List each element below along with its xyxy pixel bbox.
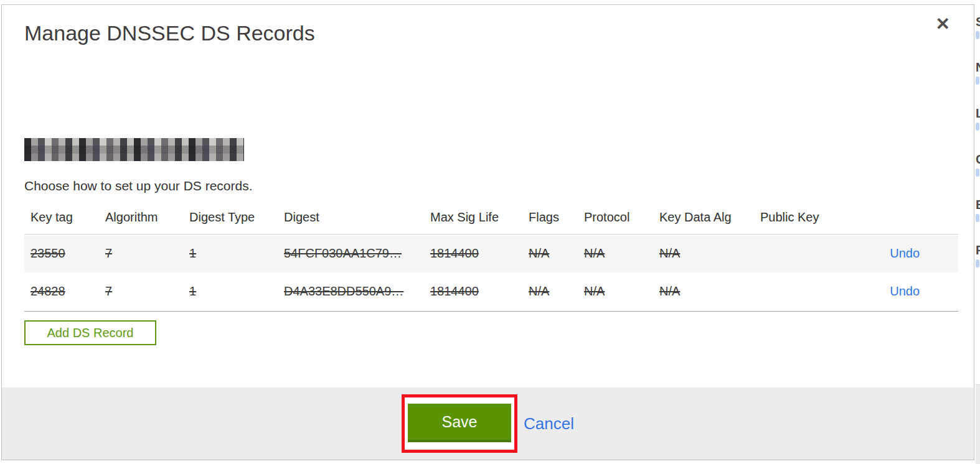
cell-digest: D4A33E8DD550A9… [278,272,424,311]
background-text-fragment: E [976,198,980,211]
close-icon[interactable]: ✕ [936,15,950,34]
column-header-protocol: Protocol [578,205,653,234]
table-row: 24828 7 1 D4A33E8DD550A9… 1814400 N/A N/… [24,272,958,311]
table-row: 23550 7 1 54FCF030AA1C79… 1814400 N/A N/… [24,234,958,272]
background-link-fragment [976,214,979,222]
background-text-fragment: C [976,152,980,166]
column-header-digest-type: Digest Type [183,205,278,234]
column-header-max-sig-life: Max Sig Life [424,205,522,234]
cell-protocol: N/A [578,234,653,272]
dialog-title: Manage DNSSEC DS Records [24,21,315,45]
domain-name-redacted [24,138,244,161]
cell-flags: N/A [522,272,578,311]
cell-key-tag: 23550 [24,234,99,272]
cell-digest-type: 1 [183,234,278,272]
manage-dnssec-ds-records-dialog: Manage DNSSEC DS Records ✕ Choose how to… [1,4,974,460]
cell-digest: 54FCF030AA1C79… [278,234,424,272]
dialog-subtitle: Choose how to set up your DS records. [24,179,253,193]
background-link-fragment [976,31,979,39]
dialog-footer: Save Cancel [2,387,974,460]
column-header-flags: Flags [522,205,578,234]
save-button[interactable]: Save [408,404,511,442]
cell-protocol: N/A [578,272,653,311]
column-header-algorithm: Algorithm [99,205,183,234]
red-annotation-highlight: Save [402,394,517,453]
cell-key-data-alg: N/A [653,234,754,272]
cell-algorithm: 7 [99,234,183,272]
table-header-row: Key tag Algorithm Digest Type Digest Max… [24,205,958,234]
undo-link[interactable]: Undo [890,284,920,298]
background-text-fragment: N [976,60,980,74]
column-header-public-key: Public Key [754,205,846,234]
background-page-strip: S N L C E P [976,0,980,464]
cell-key-tag: 24828 [24,272,99,311]
cell-max-sig-life: 1814400 [424,272,522,311]
background-text-fragment: L [976,106,980,120]
background-link-fragment [976,77,979,85]
cell-key-data-alg: N/A [653,272,754,311]
background-link-fragment [976,259,979,267]
background-text-fragment: P [976,243,980,257]
column-header-key-tag: Key tag [24,205,99,234]
cell-algorithm: 7 [99,272,183,311]
background-link-fragment [976,169,979,177]
cancel-link[interactable]: Cancel [524,414,574,434]
background-footer-fragment [976,384,980,464]
undo-link[interactable]: Undo [890,246,920,260]
add-ds-record-button[interactable]: Add DS Record [24,320,156,345]
cell-digest-type: 1 [183,272,278,311]
cell-flags: N/A [522,234,578,272]
background-text-fragment: S [976,15,980,29]
cell-public-key [754,234,846,272]
background-link-fragment [976,123,979,131]
cell-public-key [754,272,846,311]
column-header-digest: Digest [278,205,424,234]
cell-max-sig-life: 1814400 [424,234,522,272]
column-header-key-data-alg: Key Data Alg [653,205,754,234]
ds-records-table: Key tag Algorithm Digest Type Digest Max… [24,205,958,312]
column-header-actions [846,205,958,234]
